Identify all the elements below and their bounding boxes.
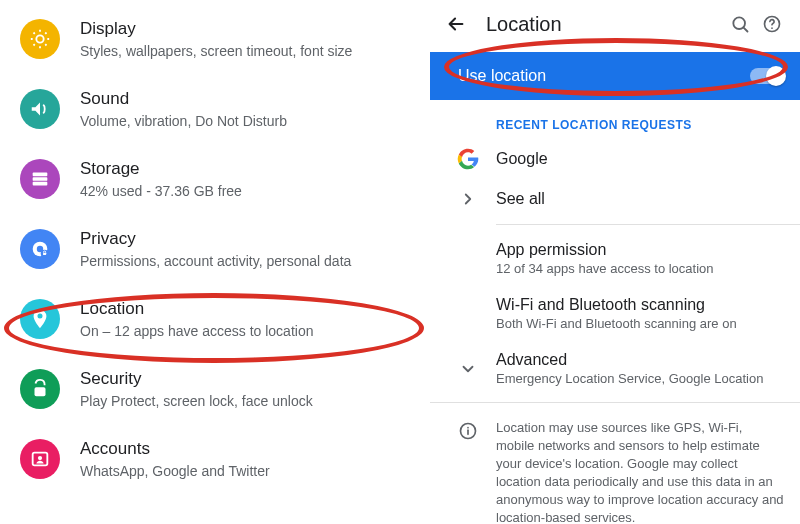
location-info-block: Location may use sources like GPS, Wi-Fi… [430, 409, 800, 524]
settings-item-subtitle: Styles, wallpapers, screen timeout, font… [80, 42, 414, 60]
advanced-sub: Emergency Location Service, Google Locat… [496, 371, 784, 386]
use-location-toggle[interactable] [750, 68, 784, 84]
svg-point-15 [467, 427, 469, 429]
settings-item-subtitle: 42% used - 37.36 GB free [80, 182, 414, 200]
recent-app-google[interactable]: Google [430, 138, 800, 180]
privacy-icon [20, 229, 60, 269]
settings-item-location[interactable]: Location On – 12 apps have access to loc… [0, 284, 430, 354]
settings-item-privacy[interactable]: Privacy Permissions, account activity, p… [0, 214, 430, 284]
brightness-icon [20, 19, 60, 59]
recent-requests-label: RECENT LOCATION REQUESTS [430, 100, 800, 138]
app-permission-sub: 12 of 34 apps have access to location [496, 261, 784, 276]
app-permission-row[interactable]: App permission 12 of 34 apps have access… [430, 231, 800, 286]
search-icon [730, 14, 750, 34]
svg-rect-8 [35, 387, 46, 396]
location-header: Location [430, 0, 800, 52]
svg-point-13 [771, 27, 773, 29]
svg-rect-2 [33, 177, 48, 181]
advanced-title: Advanced [496, 351, 784, 369]
advanced-row[interactable]: Advanced Emergency Location Service, Goo… [430, 341, 800, 396]
settings-item-accounts[interactable]: Accounts WhatsApp, Google and Twitter [0, 424, 430, 494]
settings-item-subtitle: Permissions, account activity, personal … [80, 252, 414, 270]
settings-item-security[interactable]: Security Play Protect, screen lock, face… [0, 354, 430, 424]
arrow-left-icon [445, 13, 467, 35]
settings-item-title: Privacy [80, 228, 414, 250]
settings-item-title: Sound [80, 88, 414, 110]
use-location-label: Use location [458, 67, 546, 85]
settings-item-subtitle: Play Protect, screen lock, face unlock [80, 392, 414, 410]
settings-item-title: Storage [80, 158, 414, 180]
location-info-text: Location may use sources like GPS, Wi-Fi… [496, 419, 784, 524]
volume-icon [20, 89, 60, 129]
chevron-right-icon [448, 190, 488, 208]
settings-item-title: Display [80, 18, 414, 40]
chevron-down-icon [448, 360, 488, 378]
settings-item-subtitle: On – 12 apps have access to location [80, 322, 414, 340]
see-all-label: See all [496, 190, 784, 208]
divider [430, 402, 800, 403]
see-all-row[interactable]: See all [430, 180, 800, 218]
info-icon [448, 421, 488, 524]
svg-rect-7 [43, 253, 46, 255]
svg-point-0 [36, 35, 43, 42]
settings-item-sound[interactable]: Sound Volume, vibration, Do Not Disturb [0, 74, 430, 144]
svg-rect-1 [33, 173, 48, 177]
account-icon [20, 439, 60, 479]
svg-rect-3 [33, 182, 48, 186]
scanning-sub: Both Wi-Fi and Bluetooth scanning are on [496, 316, 784, 331]
settings-item-subtitle: WhatsApp, Google and Twitter [80, 462, 414, 480]
location-detail-pane: Location Use location RECENT LOCATION RE… [430, 0, 800, 524]
settings-item-title: Security [80, 368, 414, 390]
help-button[interactable] [756, 8, 788, 40]
scanning-title: Wi-Fi and Bluetooth scanning [496, 296, 784, 314]
storage-icon [20, 159, 60, 199]
app-permission-title: App permission [496, 241, 784, 259]
google-icon [448, 148, 488, 170]
back-button[interactable] [442, 10, 470, 38]
divider [496, 224, 800, 225]
settings-item-title: Location [80, 298, 414, 320]
location-header-title: Location [486, 13, 724, 36]
settings-item-storage[interactable]: Storage 42% used - 37.36 GB free [0, 144, 430, 214]
settings-item-display[interactable]: Display Styles, wallpapers, screen timeo… [0, 4, 430, 74]
lock-open-icon [20, 369, 60, 409]
settings-list: Display Styles, wallpapers, screen timeo… [0, 0, 430, 524]
settings-item-subtitle: Volume, vibration, Do Not Disturb [80, 112, 414, 130]
svg-point-10 [38, 456, 42, 460]
settings-item-title: Accounts [80, 438, 414, 460]
wifi-bt-scanning-row[interactable]: Wi-Fi and Bluetooth scanning Both Wi-Fi … [430, 286, 800, 341]
location-icon [20, 299, 60, 339]
help-icon [762, 14, 782, 34]
search-button[interactable] [724, 8, 756, 40]
use-location-row[interactable]: Use location [430, 52, 800, 100]
recent-app-label: Google [496, 150, 784, 168]
